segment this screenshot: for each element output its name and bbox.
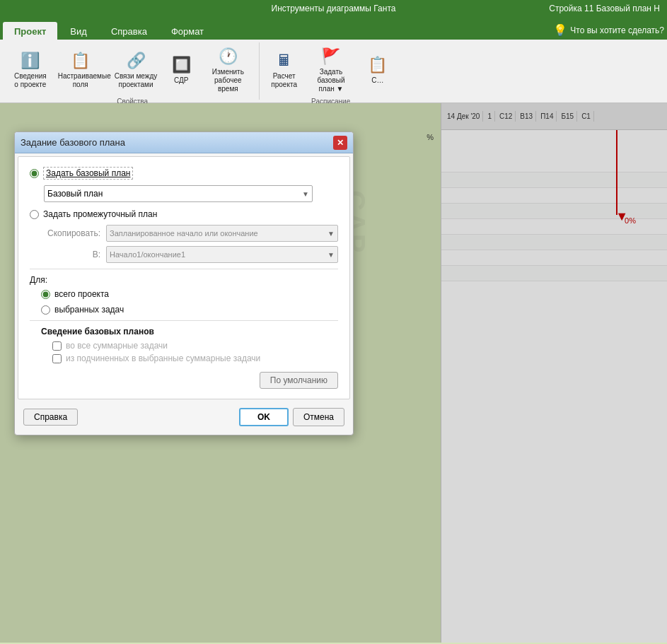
field-row-to: В: Начало1/окончание1 ▼ — [44, 246, 338, 263]
calc-icon: 🖩 — [273, 49, 296, 72]
grid-icon: 🔲 — [170, 54, 192, 76]
info-icon: ℹ️ — [19, 49, 42, 72]
dropdown-chevron-icon: ▼ — [302, 190, 309, 198]
dialog-close-button[interactable]: ✕ — [333, 136, 347, 150]
dialog-footer: Справка OK Отмена — [15, 402, 353, 435]
checkbox-row-2: из подчиненных в выбранные суммарные зад… — [52, 353, 338, 363]
btn-wbs[interactable]: 🔲 СДР — [164, 52, 198, 86]
table-icon: 📋 — [69, 49, 92, 72]
btn-custom-fields[interactable]: 📋 Настраиваемые поля — [54, 48, 108, 90]
copy-icon: 📋 — [366, 54, 389, 76]
btn-default[interactable]: По умолчанию — [260, 372, 338, 389]
checkbox-all-summary[interactable] — [52, 341, 62, 351]
btn-calculate[interactable]: 🖩 Расчет проекта — [267, 48, 301, 90]
btn-project-info[interactable]: ℹ️ Сведения о проекте — [10, 48, 51, 90]
divider-2 — [30, 320, 338, 321]
ribbon-top-right-title: Стройка 11 Базовый план Н — [549, 4, 660, 13]
dialog-title: Задание базового плана — [21, 137, 125, 148]
to-select-value: Начало1/окончание1 — [110, 250, 185, 259]
baseline-dropdown-value: Базовый план — [47, 189, 103, 199]
default-btn-row: По умолчанию — [30, 372, 338, 389]
label-selected-tasks: выбранных задач — [54, 305, 124, 315]
link-icon: 🔗 — [124, 49, 147, 72]
ribbon-group-schedule: 🖩 Расчет проекта 🚩 Задать базовый план ▼… — [262, 42, 399, 100]
label-all-project: всего проекта — [54, 289, 109, 299]
to-label: В: — [44, 250, 100, 259]
dialog-set-baseline: Задание базового плана ✕ Задать базовый … — [14, 131, 354, 435]
divider-1 — [30, 269, 338, 269]
main-area: 14 Дек '20 1 С12 В13 П14 Б15 С1 ▼ 0% % C… — [0, 103, 667, 643]
dialog-titlebar: Задание базового плана ✕ — [15, 132, 353, 153]
dialog-body: Задать базовый план Базовый план ▼ Задат… — [18, 156, 350, 399]
ribbon-top-bar: Инструменты диаграммы Ганта Стройка 11 Б… — [0, 0, 667, 17]
radio-set-baseline[interactable] — [30, 169, 39, 178]
btn-set-baseline[interactable]: 🚩 Задать базовый план ▼ — [304, 44, 358, 95]
tab-view[interactable]: Вид — [59, 22, 98, 40]
btn-cancel[interactable]: Отмена — [293, 408, 344, 426]
radio-set-interim[interactable] — [30, 210, 39, 219]
tab-help[interactable]: Справка — [100, 22, 158, 40]
baseline-dropdown[interactable]: Базовый план ▼ — [44, 185, 313, 202]
flag-icon: 🚩 — [320, 45, 342, 68]
btn-working-time[interactable]: 🕐 Изменить рабочее время — [201, 44, 255, 95]
copy-chevron-icon: ▼ — [327, 230, 335, 238]
ribbon-group-properties: ℹ️ Сведения о проекте 📋 Настраиваемые по… — [6, 42, 260, 100]
ribbon-search-area: 💡 Что вы хотите сделать? — [553, 23, 664, 40]
radio-row-option2: Задать промежуточный план — [30, 209, 338, 219]
tab-project[interactable]: Проект — [3, 22, 57, 40]
label-set-interim: Задать промежуточный план — [43, 209, 157, 219]
to-select: Начало1/окончание1 ▼ — [106, 246, 338, 263]
rollup-label: Сведение базовых планов — [41, 327, 338, 336]
checkbox-row-1: во все суммарные задачи — [52, 341, 338, 351]
tab-format[interactable]: Формат — [160, 22, 215, 40]
ribbon-buttons-properties: ℹ️ Сведения о проекте 📋 Настраиваемые по… — [10, 44, 255, 95]
copy-label: Скопировать: — [44, 228, 100, 238]
label-from-subordinate: из подчиненных в выбранные суммарные зад… — [66, 353, 260, 363]
label-all-summary: во все суммарные задачи — [66, 341, 168, 351]
radio-row-option1: Задать базовый план — [30, 167, 338, 180]
copy-select-value: Запланированное начало или окончание — [110, 229, 258, 238]
lightbulb-icon: 💡 — [553, 23, 567, 37]
for-label: Для: — [30, 275, 338, 285]
clock-icon: 🕐 — [216, 45, 239, 68]
copy-select: Запланированное начало или окончание ▼ — [106, 225, 338, 242]
btn-ok[interactable]: OK — [239, 408, 289, 426]
radio-all-project[interactable] — [41, 290, 50, 299]
field-row-copy: Скопировать: Запланированное начало или … — [44, 225, 338, 242]
baseline-dropdown-row: Базовый план ▼ — [44, 185, 338, 202]
help-label: Справка — [34, 412, 67, 422]
checkbox-from-subordinate[interactable] — [52, 354, 62, 363]
label-set-baseline: Задать базовый план — [43, 167, 133, 180]
radio-selected-tasks[interactable] — [41, 305, 50, 315]
btn-project-links[interactable]: 🔗 Связи между проектами — [110, 48, 162, 90]
to-chevron-icon: ▼ — [327, 251, 335, 259]
ribbon-tabs: Проект Вид Справка Формат 💡 Что вы хотит… — [0, 17, 667, 40]
radio-row-selected-tasks: выбранных задач — [41, 305, 338, 315]
btn-copy-schedule[interactable]: 📋 С… — [361, 52, 395, 86]
dialog-overlay: Задание базового плана ✕ Задать базовый … — [0, 103, 667, 643]
ribbon-top-center-title: Инструменты диаграммы Ганта — [272, 4, 396, 13]
radio-row-all-project: всего проекта — [41, 289, 338, 299]
ribbon-buttons-schedule: 🖩 Расчет проекта 🚩 Задать базовый план ▼… — [267, 44, 395, 95]
btn-help[interactable]: Справка — [23, 409, 78, 426]
ribbon-content: ℹ️ Сведения о проекте 📋 Настраиваемые по… — [0, 40, 667, 103]
btn-group-right: OK Отмена — [239, 408, 344, 426]
